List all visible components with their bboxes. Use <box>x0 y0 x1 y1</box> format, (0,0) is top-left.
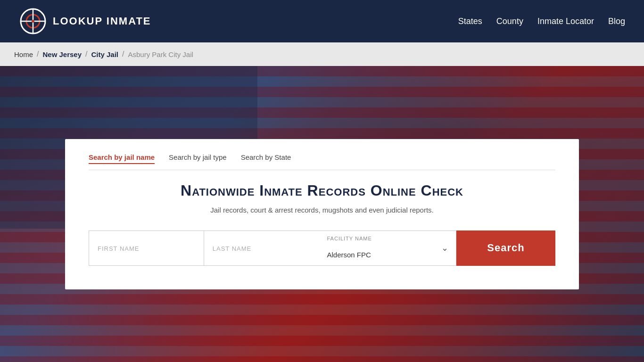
breadcrumb-sep-3: / <box>122 50 124 58</box>
tab-search-by-jail-type[interactable]: Search by jail type <box>169 153 227 164</box>
last-name-group <box>204 230 319 266</box>
search-fields: FACILITY NAME Alderson FPC Alderson FPC … <box>89 230 555 266</box>
breadcrumb-asbury: Asbury Park City Jail <box>128 50 193 58</box>
brand-link[interactable]: LOOKUP INMATE <box>19 7 151 35</box>
last-name-input[interactable] <box>204 230 319 266</box>
nav-link-states[interactable]: States <box>458 16 482 26</box>
nav-link-county[interactable]: County <box>496 16 523 26</box>
card-title: Nationwide Inmate Records Online Check <box>89 182 555 199</box>
first-name-group <box>89 230 204 266</box>
hero: Search by jail name Search by jail type … <box>0 66 644 362</box>
breadcrumb: Home / New Jersey / City Jail / Asbury P… <box>0 42 644 66</box>
nav-links: States County Inmate Locator Blog <box>458 16 625 26</box>
logo-icon <box>19 7 47 35</box>
nav-link-blog[interactable]: Blog <box>608 16 625 26</box>
tab-search-by-jail-name[interactable]: Search by jail name <box>89 153 155 164</box>
brand-text: LOOKUP INMATE <box>53 15 151 27</box>
card-subtitle: Jail records, court & arrest records, mu… <box>89 206 555 214</box>
breadcrumb-home[interactable]: Home <box>14 50 33 58</box>
first-name-input[interactable] <box>89 230 204 266</box>
facility-select-wrapper: FACILITY NAME Alderson FPC Alderson FPC … <box>319 230 457 266</box>
navbar: LOOKUP INMATE States County Inmate Locat… <box>0 0 644 42</box>
tabs: Search by jail name Search by jail type … <box>89 153 555 170</box>
breadcrumb-new-jersey[interactable]: New Jersey <box>42 50 82 58</box>
search-button[interactable]: Search <box>456 230 555 266</box>
nav-link-inmate-locator[interactable]: Inmate Locator <box>537 16 594 26</box>
search-card: Search by jail name Search by jail type … <box>65 139 579 289</box>
breadcrumb-sep-1: / <box>37 50 39 58</box>
breadcrumb-sep-2: / <box>85 50 87 58</box>
svg-point-4 <box>32 20 34 23</box>
tab-search-by-state[interactable]: Search by State <box>241 153 291 164</box>
breadcrumb-city-jail[interactable]: City Jail <box>91 50 118 58</box>
